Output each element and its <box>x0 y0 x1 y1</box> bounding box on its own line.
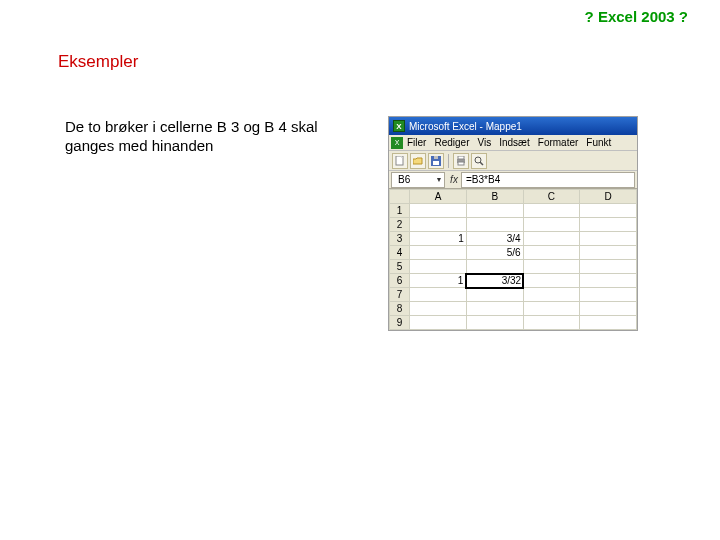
save-button[interactable] <box>428 153 444 169</box>
cell-d8[interactable] <box>580 302 637 316</box>
toolbar <box>389 151 637 171</box>
cell-c3[interactable] <box>523 232 580 246</box>
row-header-2[interactable]: 2 <box>390 218 410 232</box>
cell-a1[interactable] <box>410 204 467 218</box>
folder-open-icon <box>413 156 423 166</box>
col-header-c[interactable]: C <box>523 190 580 204</box>
magnifier-icon <box>474 156 484 166</box>
row-7: 7 <box>390 288 637 302</box>
menu-formater[interactable]: Formater <box>538 137 579 148</box>
page-header-title: ? Excel 2003 ? <box>585 8 688 25</box>
col-header-b[interactable]: B <box>466 190 523 204</box>
formula-bar: B6 ▼ fx =B3*B4 <box>389 171 637 189</box>
row-9: 9 <box>390 316 637 330</box>
formula-value: =B3*B4 <box>466 174 500 185</box>
floppy-disk-icon <box>431 156 441 166</box>
window-title: Microsoft Excel - Mappe1 <box>409 121 522 132</box>
menu-funkt[interactable]: Funkt <box>586 137 611 148</box>
menu-bar: X Filer Rediger Vis Indsæt Formater Funk… <box>389 135 637 151</box>
print-button[interactable] <box>453 153 469 169</box>
cell-c6[interactable] <box>523 274 580 288</box>
menu-rediger[interactable]: Rediger <box>434 137 469 148</box>
body-paragraph: De to brøker i cellerne B 3 og B 4 skal … <box>65 118 325 156</box>
row-header-7[interactable]: 7 <box>390 288 410 302</box>
row-5: 5 <box>390 260 637 274</box>
column-header-row: A B C D <box>390 190 637 204</box>
cell-a5[interactable] <box>410 260 467 274</box>
row-header-9[interactable]: 9 <box>390 316 410 330</box>
select-all-corner[interactable] <box>390 190 410 204</box>
svg-line-8 <box>480 162 483 165</box>
cell-b6-selected[interactable]: 3/32 <box>466 274 523 288</box>
preview-button[interactable] <box>471 153 487 169</box>
cell-b4[interactable]: 5/6 <box>466 246 523 260</box>
cell-d2[interactable] <box>580 218 637 232</box>
cell-a6[interactable]: 1 <box>410 274 467 288</box>
cell-c2[interactable] <box>523 218 580 232</box>
cell-b3[interactable]: 3/4 <box>466 232 523 246</box>
cell-c4[interactable] <box>523 246 580 260</box>
menu-vis[interactable]: Vis <box>477 137 491 148</box>
row-2: 2 <box>390 218 637 232</box>
svg-rect-2 <box>433 161 439 165</box>
new-doc-icon <box>395 156 405 166</box>
cell-b9[interactable] <box>466 316 523 330</box>
cell-a8[interactable] <box>410 302 467 316</box>
cell-a7[interactable] <box>410 288 467 302</box>
excel-logo-icon: X <box>393 120 405 132</box>
cell-a4[interactable] <box>410 246 467 260</box>
row-8: 8 <box>390 302 637 316</box>
cell-a2[interactable] <box>410 218 467 232</box>
row-3: 3 1 3/4 <box>390 232 637 246</box>
cell-b7[interactable] <box>466 288 523 302</box>
excel-screenshot: X Microsoft Excel - Mappe1 X Filer Redig… <box>388 116 638 331</box>
chevron-down-icon[interactable]: ▼ <box>434 176 444 183</box>
col-header-d[interactable]: D <box>580 190 637 204</box>
fx-icon[interactable]: fx <box>447 174 461 185</box>
printer-icon <box>456 156 466 166</box>
row-header-4[interactable]: 4 <box>390 246 410 260</box>
cell-b1[interactable] <box>466 204 523 218</box>
row-header-6[interactable]: 6 <box>390 274 410 288</box>
cell-d7[interactable] <box>580 288 637 302</box>
app-icon: X <box>391 137 403 149</box>
new-doc-button[interactable] <box>392 153 408 169</box>
cell-d3[interactable] <box>580 232 637 246</box>
cell-c7[interactable] <box>523 288 580 302</box>
name-box[interactable]: B6 ▼ <box>391 172 445 188</box>
menu-indsaet[interactable]: Indsæt <box>499 137 530 148</box>
spreadsheet-grid: A B C D 1 2 3 1 3/4 4 5 <box>389 189 637 330</box>
cell-c8[interactable] <box>523 302 580 316</box>
toolbar-separator <box>448 154 449 168</box>
cell-d4[interactable] <box>580 246 637 260</box>
cell-b2[interactable] <box>466 218 523 232</box>
window-titlebar: X Microsoft Excel - Mappe1 <box>389 117 637 135</box>
cell-d5[interactable] <box>580 260 637 274</box>
cell-c9[interactable] <box>523 316 580 330</box>
svg-rect-6 <box>458 162 464 165</box>
cell-b5[interactable] <box>466 260 523 274</box>
row-4: 4 5/6 <box>390 246 637 260</box>
col-header-a[interactable]: A <box>410 190 467 204</box>
row-header-3[interactable]: 3 <box>390 232 410 246</box>
formula-input[interactable]: =B3*B4 <box>461 172 635 188</box>
cell-c5[interactable] <box>523 260 580 274</box>
cell-b8[interactable] <box>466 302 523 316</box>
cell-d6[interactable] <box>580 274 637 288</box>
section-heading: Eksempler <box>58 52 138 72</box>
cell-a3[interactable]: 1 <box>410 232 467 246</box>
cell-c1[interactable] <box>523 204 580 218</box>
open-button[interactable] <box>410 153 426 169</box>
svg-rect-5 <box>458 156 464 159</box>
cell-d1[interactable] <box>580 204 637 218</box>
menu-filer[interactable]: Filer <box>407 137 426 148</box>
row-header-5[interactable]: 5 <box>390 260 410 274</box>
svg-rect-3 <box>434 156 438 159</box>
cell-a9[interactable] <box>410 316 467 330</box>
cell-d9[interactable] <box>580 316 637 330</box>
row-header-1[interactable]: 1 <box>390 204 410 218</box>
row-header-8[interactable]: 8 <box>390 302 410 316</box>
row-1: 1 <box>390 204 637 218</box>
name-box-value: B6 <box>398 174 410 185</box>
row-6: 6 1 3/32 <box>390 274 637 288</box>
